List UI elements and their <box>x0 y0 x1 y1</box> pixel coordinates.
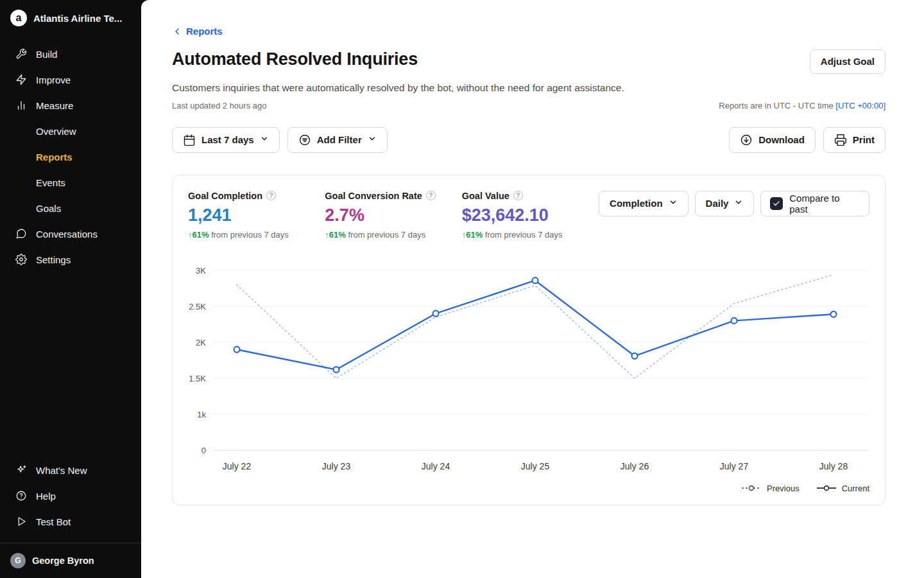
date-range-dropdown[interactable]: Last 7 days <box>172 127 280 153</box>
sidebar-item-label: Goals <box>36 203 61 214</box>
metric-goal-completion: Goal Completion ? 1,241 ↑61% from previo… <box>188 191 325 240</box>
wrench-icon <box>15 48 27 60</box>
sidebar-item-events[interactable]: Events <box>0 170 141 195</box>
metric-goal-conversion-rate: Goal Conversion Rate ? 2.7% ↑61% from pr… <box>325 191 461 240</box>
page-description: Customers inquiries that were automatica… <box>172 82 886 94</box>
sidebar-item-goals[interactable]: Goals <box>0 195 141 221</box>
svg-text:July 25: July 25 <box>521 461 550 471</box>
avatar: G <box>10 553 26 568</box>
report-card: Goal Completion ? 1,241 ↑61% from previo… <box>172 175 886 505</box>
download-label: Download <box>758 134 805 145</box>
download-button[interactable]: Download <box>729 127 816 153</box>
sidebar-item-build[interactable]: Build <box>0 41 141 67</box>
info-icon[interactable]: ? <box>426 191 436 200</box>
svg-text:July 26: July 26 <box>620 461 649 471</box>
svg-text:July 27: July 27 <box>720 461 749 471</box>
chevron-left-icon <box>172 26 182 37</box>
change-percent: 61% <box>466 230 483 240</box>
workspace-name: Atlantis Airline Te... <box>33 13 122 24</box>
sidebar-item-settings[interactable]: Settings <box>0 247 141 272</box>
print-button[interactable]: Print <box>823 127 886 153</box>
chevron-down-icon <box>368 134 377 145</box>
sidebar-item-label: Test Bot <box>36 516 71 527</box>
metric-change: ↑61% from previous 7 days <box>462 230 599 240</box>
dashed-line-marker-icon <box>741 484 762 492</box>
sidebar-item-test-bot[interactable]: Test Bot <box>0 509 141 534</box>
svg-text:July 23: July 23 <box>322 461 351 471</box>
interval-select-dropdown[interactable]: Daily <box>695 191 755 216</box>
user-name: George Byron <box>32 556 94 566</box>
sidebar-nav: Build Improve Measure Overview Reports E… <box>0 41 141 272</box>
sidebar-item-label: Events <box>36 177 65 188</box>
app-logo: a <box>10 10 27 26</box>
compare-to-past-toggle[interactable]: Compare to past <box>760 191 869 216</box>
workspace-header[interactable]: a Atlantis Airline Te... <box>0 0 141 36</box>
main-content: Reports Automated Resolved Inquiries Adj… <box>141 0 924 578</box>
change-percent: 61% <box>329 230 346 240</box>
toolbar: Last 7 days Add Filter Download Print <box>172 127 886 153</box>
chevron-down-icon <box>260 134 269 145</box>
chart-legend: Previous Current <box>188 484 869 493</box>
legend-current: Current <box>816 484 869 493</box>
change-suffix: from previous 7 days <box>346 230 425 240</box>
metric-label: Goal Conversion Rate <box>325 191 422 201</box>
svg-text:July 22: July 22 <box>223 461 252 471</box>
timezone-link[interactable]: [UTC +00:00] <box>835 101 886 110</box>
checkbox-checked-icon <box>770 197 783 210</box>
svg-text:0: 0 <box>201 445 206 455</box>
svg-text:1k: 1k <box>197 409 206 419</box>
play-icon <box>15 516 27 527</box>
svg-text:2K: 2K <box>196 337 206 347</box>
last-updated-text: Last updated 2 hours ago <box>172 101 266 110</box>
metric-value: 1,241 <box>188 206 325 225</box>
compare-label: Compare to past <box>789 193 860 215</box>
sidebar-item-whats-new[interactable]: What's New <box>0 457 141 483</box>
user-menu[interactable]: G George Byron <box>0 543 141 578</box>
sidebar-item-improve[interactable]: Improve <box>0 67 141 92</box>
sidebar-item-help[interactable]: Help <box>0 483 141 509</box>
svg-text:1.5K: 1.5K <box>189 373 206 383</box>
chevron-down-icon <box>669 198 678 209</box>
change-suffix: from previous 7 days <box>483 230 562 240</box>
calendar-icon <box>183 134 196 146</box>
sidebar-item-conversations[interactable]: Conversations <box>0 221 141 247</box>
chart-canvas: 01k1.5K2K2.5K3KJuly 22July 23July 24July… <box>188 263 871 476</box>
metric-value: 2.7% <box>325 206 461 225</box>
sidebar-item-label: Conversations <box>36 229 98 240</box>
adjust-goal-button[interactable]: Adjust Goal <box>810 49 886 74</box>
metric-value: $23,642.10 <box>462 206 599 225</box>
svg-text:3K: 3K <box>196 265 206 275</box>
info-icon[interactable]: ? <box>266 191 276 200</box>
metric-label: Goal Value <box>462 191 509 201</box>
legend-previous-label: Previous <box>767 484 800 493</box>
gear-icon <box>15 254 27 265</box>
sidebar-item-label: Build <box>36 49 57 60</box>
sidebar-item-label: Improve <box>36 74 71 85</box>
svg-text:July 24: July 24 <box>422 461 450 471</box>
sidebar-item-reports[interactable]: Reports <box>0 144 141 170</box>
download-icon <box>740 134 753 146</box>
svg-text:July 28: July 28 <box>819 461 848 471</box>
sidebar-spacer <box>0 272 141 457</box>
chat-bubble-icon <box>15 228 27 240</box>
metric-select-label: Completion <box>610 198 663 209</box>
metric-change: ↑61% from previous 7 days <box>188 230 325 240</box>
metric-select-dropdown[interactable]: Completion <box>599 191 689 216</box>
sidebar-item-overview[interactable]: Overview <box>0 118 141 144</box>
date-range-label: Last 7 days <box>201 134 254 145</box>
metric-label: Goal Completion <box>188 191 262 201</box>
change-percent: 61% <box>193 230 209 240</box>
solid-line-marker-icon <box>816 484 837 492</box>
lightning-icon <box>15 74 27 85</box>
sidebar-item-measure[interactable]: Measure <box>0 92 141 118</box>
metric-change: ↑61% from previous 7 days <box>325 230 461 240</box>
metric-goal-value: Goal Value ? $23,642.10 ↑61% from previo… <box>462 191 599 240</box>
bar-chart-icon <box>15 100 27 111</box>
sidebar-item-label: What's New <box>36 465 87 476</box>
timezone-note: Reports are in UTC - UTC time [UTC +00:0… <box>719 101 886 110</box>
back-to-reports-link[interactable]: Reports <box>172 26 223 37</box>
interval-select-label: Daily <box>706 198 729 209</box>
add-filter-dropdown[interactable]: Add Filter <box>287 127 388 153</box>
info-icon[interactable]: ? <box>513 191 523 200</box>
svg-text:2.5K: 2.5K <box>189 301 206 311</box>
